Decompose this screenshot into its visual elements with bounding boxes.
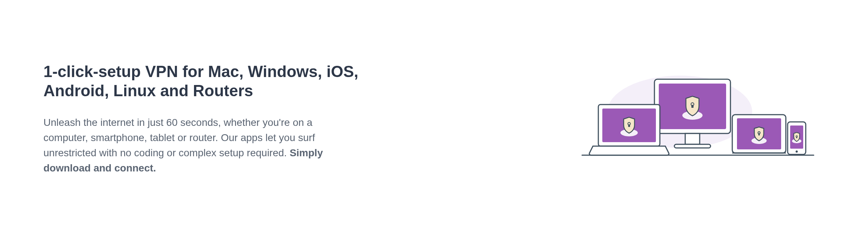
svg-point-20 (796, 150, 798, 153)
svg-rect-6 (691, 105, 694, 108)
svg-rect-3 (674, 144, 711, 148)
feature-heading: 1-click-setup VPN for Mac, Windows, iOS,… (43, 62, 369, 101)
feature-text-block: 1-click-setup VPN for Mac, Windows, iOS,… (43, 62, 369, 176)
description-text: Unleash the internet in just 60 seconds,… (43, 117, 315, 158)
svg-rect-17 (758, 133, 760, 136)
svg-rect-2 (685, 133, 700, 144)
feature-description: Unleash the internet in just 60 seconds,… (43, 115, 351, 176)
svg-rect-11 (628, 124, 630, 127)
laptop-device-icon (589, 105, 669, 155)
phone-device-icon (788, 122, 806, 154)
tablet-device-icon (732, 115, 786, 153)
devices-illustration (571, 68, 825, 170)
svg-rect-23 (796, 137, 797, 138)
devices-svg (571, 68, 825, 170)
